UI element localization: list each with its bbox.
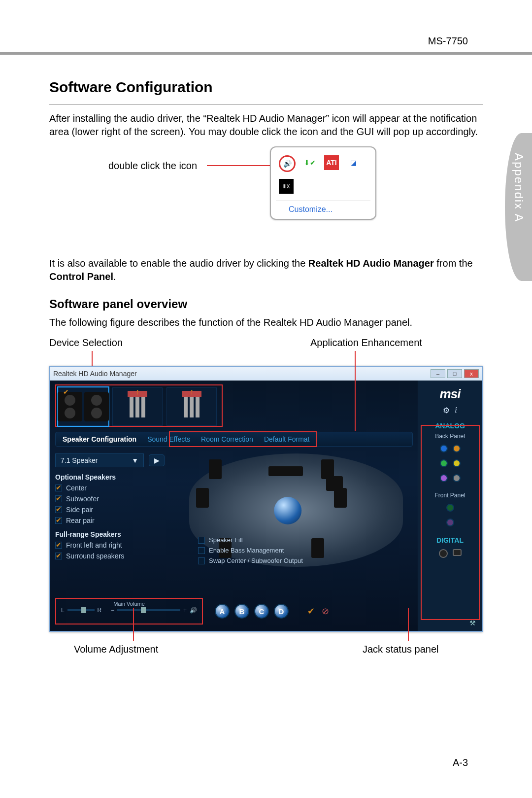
speaker-icon[interactable]: 🔊 bbox=[190, 607, 197, 614]
cancel-icon[interactable]: ⊘ bbox=[322, 606, 329, 617]
stage-front-right[interactable] bbox=[321, 459, 334, 479]
main-panel: ✔ ↑ ↑ Speaker Configuration Sound Effect… bbox=[50, 381, 418, 631]
heading-panel-overview: Software panel overview bbox=[49, 297, 483, 311]
stage-rear-right[interactable] bbox=[311, 538, 324, 558]
appendix-label: Appendix A bbox=[512, 153, 526, 222]
right-checkbox-column: Speaker Fill Enable Bass Management Swap… bbox=[198, 533, 303, 567]
checkbox-front-lr[interactable]: Front left and right bbox=[55, 541, 183, 549]
upper-callouts: Device Selection Application Enhancement bbox=[49, 337, 483, 357]
app-enhancement-highlight bbox=[169, 431, 317, 447]
intro-paragraph: After installing the audio driver, the “… bbox=[49, 112, 483, 139]
balance-slider-row: L R − + 🔊 bbox=[61, 607, 197, 614]
ok-cancel-icons: ✔ ⊘ bbox=[307, 606, 329, 617]
connector-settings-icon[interactable]: ⚒ bbox=[469, 619, 476, 627]
jack-status-highlight bbox=[421, 425, 480, 620]
callout-line bbox=[408, 608, 409, 641]
heading-software-configuration: Software Configuration bbox=[49, 79, 483, 96]
main-volume-slider[interactable] bbox=[117, 609, 180, 611]
lower-callouts: Volume Adjustment Jack status panel bbox=[49, 635, 483, 674]
preset-b[interactable]: B bbox=[234, 604, 249, 619]
appendix-tab: Appendix A bbox=[505, 133, 532, 281]
tab-speaker-configuration[interactable]: Speaker Configuration bbox=[63, 435, 136, 443]
checkbox-bass-management[interactable]: Enable Bass Management bbox=[198, 547, 303, 554]
play-test-button[interactable]: ▶ bbox=[149, 454, 165, 466]
balance-slider[interactable] bbox=[67, 609, 95, 611]
header-rule bbox=[0, 52, 532, 55]
info-icon[interactable]: i bbox=[455, 406, 457, 415]
checkbox-side-pair[interactable]: Side pair bbox=[55, 506, 183, 514]
stage-listener-icon bbox=[274, 497, 301, 524]
callout-app-enhancement: Application Enhancement bbox=[310, 337, 422, 348]
checkbox-speaker-fill[interactable]: Speaker Fill bbox=[198, 536, 303, 544]
tray-figure: double click the icon 🔊 ⬇✔ ATI ◪ IIIX Cu… bbox=[49, 146, 483, 245]
optional-speakers-heading: Optional Speakers bbox=[55, 473, 183, 481]
device-digital-out-1[interactable]: ↑ bbox=[112, 387, 163, 426]
page-content: Software Configuration After installing … bbox=[49, 79, 483, 674]
text: from the bbox=[434, 258, 473, 269]
realtek-audio-manager-window: Realtek HD Audio Manager – □ x ✔ ↑ bbox=[49, 366, 483, 632]
checkbox-surround[interactable]: Surround speakers bbox=[55, 552, 183, 560]
window-maximize-button[interactable]: □ bbox=[447, 369, 462, 378]
checkbox-swap-center-sub[interactable]: Swap Center / Subwoofer Output bbox=[198, 557, 303, 564]
window-minimize-button[interactable]: – bbox=[431, 369, 445, 378]
device-speakers[interactable]: ✔ bbox=[58, 387, 108, 426]
customize-link[interactable]: Customize... bbox=[276, 205, 370, 214]
callout-device-selection: Device Selection bbox=[49, 337, 123, 348]
stage-front-left[interactable] bbox=[209, 459, 222, 479]
model-number: MS-7750 bbox=[428, 35, 468, 47]
speaker-mode-select[interactable]: 7.1 Speaker ▼ bbox=[55, 453, 144, 467]
select-value: 7.1 Speaker bbox=[61, 456, 98, 464]
display-icon[interactable]: ◪ bbox=[346, 155, 361, 170]
footer-row: Main Volume L R − + 🔊 bbox=[55, 596, 349, 626]
realtek-hd-audio-manager-text: Realtek HD Audio Manager bbox=[308, 258, 434, 269]
callout-volume-adjustment: Volume Adjustment bbox=[74, 644, 158, 655]
window-titlebar: Realtek HD Audio Manager – □ x bbox=[50, 367, 482, 381]
control-panel-text: Control Panel bbox=[49, 271, 113, 282]
preset-d[interactable]: D bbox=[274, 604, 289, 619]
msi-logo: msi bbox=[440, 386, 461, 402]
tray-separator bbox=[276, 201, 370, 201]
volume-minus[interactable]: − bbox=[111, 607, 114, 614]
preset-c[interactable]: C bbox=[254, 604, 269, 619]
stage-center-speaker[interactable] bbox=[268, 466, 303, 476]
balance-r: R bbox=[98, 607, 102, 614]
ok-icon[interactable]: ✔ bbox=[307, 606, 315, 617]
settings-gear-icon[interactable]: ⚙ bbox=[443, 406, 450, 415]
thx-icon[interactable]: IIIX bbox=[279, 179, 294, 194]
notification-area-popup: 🔊 ⬇✔ ATI ◪ IIIX Customize... bbox=[270, 146, 376, 220]
tray-icons: 🔊 ⬇✔ ATI ◪ IIIX bbox=[276, 153, 370, 200]
tray-caption: double click the icon bbox=[108, 160, 197, 172]
callout-line bbox=[92, 351, 93, 366]
main-volume-label: Main Volume bbox=[61, 601, 197, 607]
para-control-panel: It is also available to enable the audio… bbox=[49, 257, 483, 283]
device-ok-icon[interactable]: ⬇✔ bbox=[302, 155, 317, 170]
device-selection-strip: ✔ ↑ ↑ bbox=[55, 384, 223, 427]
text: It is also available to enable the audio… bbox=[49, 258, 308, 269]
text: . bbox=[113, 271, 116, 282]
config-left-column: 7.1 Speaker ▼ ▶ Optional Speakers Center… bbox=[55, 453, 183, 567]
volume-adjustment-box: Main Volume L R − + 🔊 bbox=[55, 598, 203, 625]
overview-paragraph: The following figure describes the funct… bbox=[49, 316, 483, 329]
stage-side-left[interactable] bbox=[196, 488, 209, 508]
window-close-button[interactable]: x bbox=[464, 369, 479, 378]
stage-side-right[interactable] bbox=[334, 488, 347, 508]
realtek-icon[interactable]: 🔊 bbox=[279, 155, 296, 172]
callout-line bbox=[133, 608, 134, 641]
checkbox-rear-pair[interactable]: Rear pair bbox=[55, 517, 183, 524]
preset-a[interactable]: A bbox=[215, 604, 230, 619]
chevron-down-icon: ▼ bbox=[132, 456, 138, 464]
device-digital-out-2[interactable]: ↑ bbox=[166, 387, 217, 426]
tab-row: Speaker Configuration Sound Effects Room… bbox=[55, 432, 413, 447]
callout-jack-status: Jack status panel bbox=[363, 644, 439, 655]
balance-l: L bbox=[61, 607, 65, 614]
ati-icon[interactable]: ATI bbox=[324, 155, 339, 170]
volume-plus[interactable]: + bbox=[183, 607, 187, 614]
checkbox-subwoofer[interactable]: Subwoofer bbox=[55, 495, 183, 503]
preset-buttons: A B C D bbox=[215, 604, 289, 619]
heading-rule bbox=[49, 104, 483, 105]
checkbox-center[interactable]: Center bbox=[55, 484, 183, 492]
page-number: A-3 bbox=[453, 757, 468, 768]
full-range-heading: Full-range Speakers bbox=[55, 530, 183, 538]
window-title: Realtek HD Audio Manager bbox=[53, 370, 137, 378]
callout-line bbox=[355, 351, 356, 431]
